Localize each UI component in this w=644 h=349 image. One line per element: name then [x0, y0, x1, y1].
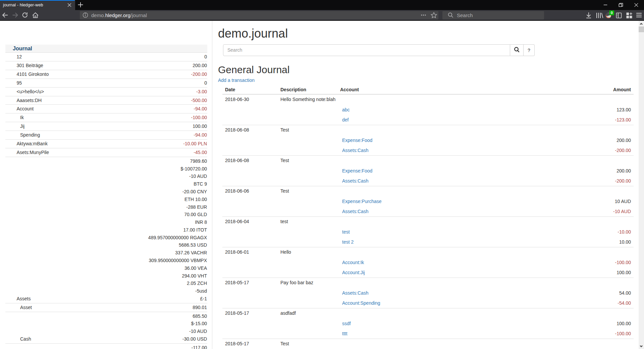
- svg-text:0: 0: [611, 11, 613, 15]
